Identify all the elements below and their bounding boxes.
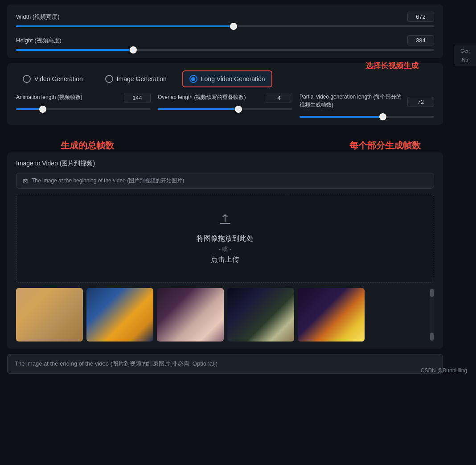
thumbnail-doge[interactable] xyxy=(16,288,83,342)
generation-mode-tabs: Video Generation Image Generation Long V… xyxy=(16,70,434,87)
thumbnails-container xyxy=(16,288,434,342)
watermark: CSDN @Bubbliiiing xyxy=(421,367,467,374)
thumbnail-guitarist[interactable] xyxy=(227,288,294,342)
file-icon: ⊠ xyxy=(23,177,28,185)
thumbnail-fireworks[interactable] xyxy=(298,288,365,342)
long-video-gen-label: Long Video Generation xyxy=(201,75,265,82)
upload-dropzone[interactable]: 将图像拖放到此处 - 或 - 点击上传 xyxy=(16,194,434,283)
scrollbar-thumb-bottom[interactable] xyxy=(430,333,434,341)
width-value: 672 xyxy=(407,12,434,22)
partial-video-thumb[interactable] xyxy=(379,113,386,120)
annotation-select-label: 选择长视频生成 xyxy=(365,61,419,71)
width-slider-thumb[interactable] xyxy=(230,23,237,30)
gen-label: Gen xyxy=(456,48,474,53)
animation-length-thumb[interactable] xyxy=(39,106,46,113)
annotation-partial-frames: 每个部分生成帧数 xyxy=(349,140,421,152)
overlap-length-thumb[interactable] xyxy=(235,106,242,113)
height-slider-fill xyxy=(16,49,133,51)
thumbnails-wrapper xyxy=(16,288,434,342)
params-grid: Animation length (视频帧数) 144 Overlap leng… xyxy=(16,93,434,118)
video-gen-radio[interactable] xyxy=(23,75,31,83)
no-label: No xyxy=(456,57,474,62)
upload-drag-text: 将图像拖放到此处 xyxy=(25,234,425,243)
overlap-length-slider[interactable] xyxy=(158,108,292,110)
right-panel: Gen No xyxy=(454,45,476,66)
animation-length-label: Animation length (视频帧数) xyxy=(16,93,82,101)
partial-video-label: Partial video generation length (每个部分的视频… xyxy=(300,93,404,109)
partial-video-slider[interactable] xyxy=(300,116,434,118)
upload-icon xyxy=(25,212,425,230)
partial-video-value: 72 xyxy=(407,97,434,107)
animation-length-value: 144 xyxy=(124,93,151,103)
partial-video-block: Partial video generation length (每个部分的视频… xyxy=(300,93,434,118)
height-slider-track[interactable] xyxy=(16,49,434,51)
long-video-gen-radio[interactable] xyxy=(189,75,197,83)
image-gen-radio[interactable] xyxy=(105,75,113,83)
overlap-length-value: 4 xyxy=(266,93,292,103)
image-generation-option[interactable]: Image Generation xyxy=(98,71,173,87)
thumbnail-sailboat[interactable] xyxy=(86,288,153,342)
svg-rect-0 xyxy=(220,223,230,224)
overlap-length-label: Overlap length (视频续写的重叠帧数) xyxy=(158,93,246,101)
image-to-video-section: Image to Video (图片到视频) ⊠ The image at th… xyxy=(7,152,443,349)
thumbnail-scrollbar[interactable] xyxy=(430,288,434,342)
upload-click-text: 点击上传 xyxy=(25,255,425,264)
animation-length-block: Animation length (视频帧数) 144 xyxy=(16,93,151,118)
start-image-input[interactable]: ⊠ The image at the beginning of the vide… xyxy=(16,173,434,189)
image-gen-label: Image Generation xyxy=(117,75,167,82)
end-image-placeholder: The image at the ending of the video (图片… xyxy=(15,360,217,367)
width-label: Width (视频宽度) xyxy=(16,13,60,21)
long-video-generation-option[interactable]: Long Video Generation xyxy=(182,70,272,87)
animation-length-slider[interactable] xyxy=(16,108,151,110)
height-value: 384 xyxy=(407,35,434,45)
image-to-video-title: Image to Video (图片到视频) xyxy=(16,160,434,168)
scrollbar-thumb-top[interactable] xyxy=(430,289,434,297)
upload-or-text: - 或 - xyxy=(25,245,425,253)
height-slider-thumb[interactable] xyxy=(130,46,137,53)
overlap-length-block: Overlap length (视频续写的重叠帧数) 4 xyxy=(158,93,292,118)
thumbnail-woman[interactable] xyxy=(157,288,224,342)
end-image-input[interactable]: The image at the ending of the video (图片… xyxy=(7,354,443,374)
start-image-placeholder: The image at the beginning of the video … xyxy=(32,177,184,185)
height-label: Height (视频高度) xyxy=(16,37,62,45)
annotation-total-frames: 生成的总帧数 xyxy=(61,140,114,152)
width-slider-track[interactable] xyxy=(16,25,434,27)
video-gen-label: Video Generation xyxy=(34,75,83,82)
video-generation-option[interactable]: Video Generation xyxy=(16,71,90,87)
width-slider-fill xyxy=(16,25,234,27)
